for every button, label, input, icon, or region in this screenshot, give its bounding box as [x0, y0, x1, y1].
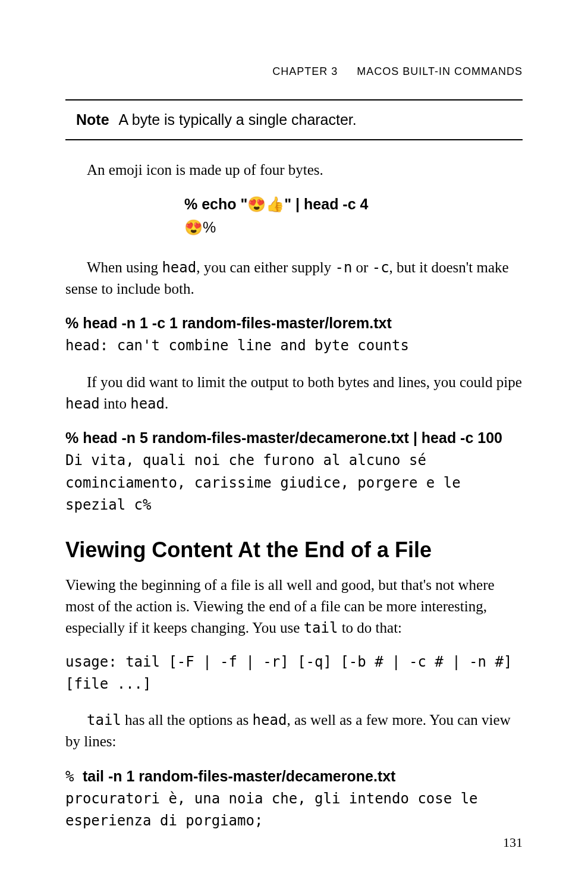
- running-header: CHAPTER 3 MACOS BUILT-IN COMMANDS: [65, 65, 523, 78]
- code-block: % head -n 1 -c 1 random-files-master/lor…: [65, 312, 523, 357]
- inline-code: head: [162, 259, 196, 276]
- usage-line: usage: tail [-F | -f | -r] [-q] [-b # | …: [65, 651, 523, 695]
- command-line: % head -n 5 random-files-master/decamero…: [65, 429, 502, 446]
- inline-code: -n: [335, 259, 352, 276]
- command-output: procuratori è, una noia che, gli intendo…: [65, 790, 486, 829]
- page: CHAPTER 3 MACOS BUILT-IN COMMANDS NoteA …: [0, 0, 588, 892]
- paragraph: When using head, you can either supply -…: [65, 257, 523, 300]
- inline-code: tail: [87, 712, 121, 728]
- command-output: head: can't combine line and byte counts: [65, 337, 409, 354]
- note-callout: NoteA byte is typically a single charact…: [65, 99, 523, 140]
- note-label: Note: [76, 111, 109, 128]
- page-number: 131: [503, 835, 523, 850]
- command-line: % head -n 1 -c 1 random-files-master/lor…: [65, 315, 392, 331]
- chapter-title: MACOS BUILT-IN COMMANDS: [357, 65, 523, 77]
- paragraph: An emoji icon is made up of four bytes.: [65, 159, 523, 181]
- inline-code: head: [130, 395, 165, 412]
- inline-code: head: [253, 712, 287, 728]
- code-block: % echo "😍👍" | head -c 4 😍%: [65, 193, 523, 239]
- chapter-label: CHAPTER 3: [272, 65, 338, 77]
- note-text: A byte is typically a single character.: [119, 111, 357, 128]
- command-line: tail -n 1 random-files-master/decamerone…: [83, 768, 396, 784]
- paragraph: Viewing the beginning of a file is all w…: [65, 574, 523, 639]
- inline-code: -c: [372, 259, 389, 276]
- inline-code: tail: [304, 620, 338, 636]
- paragraph: If you did want to limit the output to b…: [65, 372, 523, 415]
- command-output: Di vita, quali noi che furono al alcuno …: [65, 452, 469, 513]
- code-block: % tail -n 1 random-files-master/decamero…: [65, 765, 523, 833]
- command-line: % echo "😍👍" | head -c 4: [184, 193, 523, 216]
- code-block: % head -n 5 random-files-master/decamero…: [65, 426, 523, 516]
- section-heading: Viewing Content At the End of a File: [65, 538, 523, 563]
- paragraph: tail has all the options as head, as wel…: [65, 709, 523, 753]
- inline-code: head: [65, 395, 100, 412]
- command-output: 😍%: [184, 216, 523, 239]
